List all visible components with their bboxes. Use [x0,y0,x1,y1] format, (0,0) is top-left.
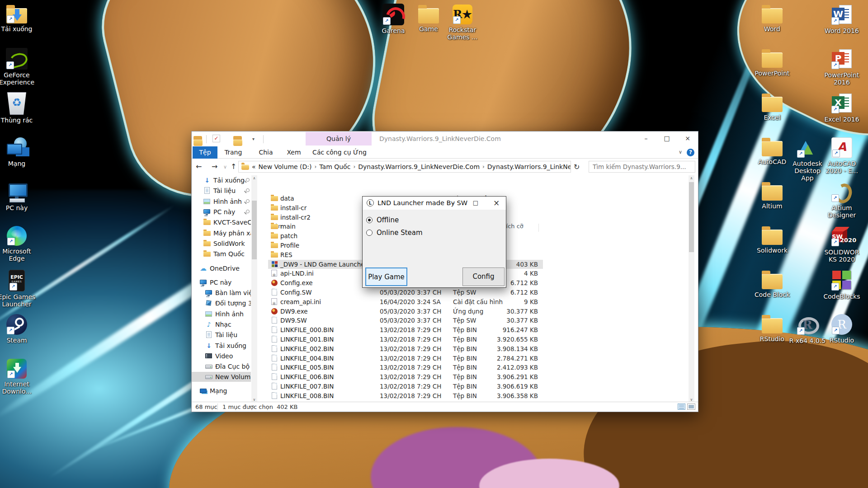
desktop-icon-excel[interactable]: Excel [753,92,792,121]
desktop-icon-rockstar-games[interactable]: R★↗Rockstar Games ... [443,4,482,41]
desktop-icon-epic-games-launcher[interactable]: EPICGAMES↗Epic Games Launcher [0,269,36,308]
scroll-up-icon[interactable]: ∧ [689,175,694,181]
breadcrumb-overflow[interactable]: « [252,163,256,170]
play-game-button[interactable]: Play Game [365,267,407,286]
desktop-icon-excel-2016[interactable]: X↗Excel 2016 [822,92,861,123]
sidebar-item-a-c-c-b-c[interactable]: Đĩa Cục bộ (C:) [192,361,251,371]
breadcrumb-segment[interactable]: New Volume (D:) [259,163,312,170]
forward-button[interactable]: → [212,162,217,171]
file-row-linkfile-002-bin[interactable]: LINKFILE_002.BIN13/02/2018 7:29 CHTệp BI… [268,344,543,353]
desktop-icon-game[interactable]: Game [409,4,448,33]
desktop-icon-autodesk-desktop-app[interactable]: ↗Autodesk Desktop App [788,136,827,182]
desktop-icon-code-block[interactable]: Code Block [753,269,792,298]
desktop-icon-pc-n-y[interactable]: PC này [0,181,36,211]
file-row-linkfile-004-bin[interactable]: LINKFILE_004.BIN13/02/2018 7:29 CHTệp BI… [268,354,543,363]
back-button[interactable]: ← [196,162,202,171]
sidebar-item-pc-n-y[interactable]: PC này [192,277,251,287]
sidebar-item-onedrive[interactable]: ☁OneDrive [192,263,251,273]
desktop-icon-microsoft-edge[interactable]: ↗Microsoft Edge [0,225,36,262]
search-box[interactable] [589,161,695,173]
file-row-linkfile-008-bin[interactable]: LINKFILE_008.BIN13/02/2018 7:29 CHTệp BI… [268,391,543,400]
qat-customize-caret-icon[interactable]: ▾ [252,136,255,141]
file-row-config-sw[interactable]: Config.SW05/03/2020 3:37 CHTệp SW6.712 K… [268,288,543,297]
breadcrumb-segment[interactable]: Dynasty.Warriors.9_LinkNeverDie.Com [358,163,480,170]
file-row-linkfile-001-bin[interactable]: LINKFILE_001.BIN13/02/2018 7:29 CHTệp BI… [268,335,543,344]
desktop-icon-th-ng-r-c[interactable]: ♻Thùng rác [0,92,36,124]
sidebar-item-pc-n-y[interactable]: PC này [192,207,251,217]
desktop-icon-word-2016[interactable]: W↗Word 2016 [822,4,861,34]
breadcrumb-segment[interactable]: Dynasty.Warriors.9_LinkNeverDie.Com [487,163,571,170]
desktop-icon-internet-downlo[interactable]: ↗Internet Downlo... [0,358,36,395]
desktop-icon-codeblocks[interactable]: ↗CodeBlocks [822,269,861,300]
help-icon[interactable]: ? [687,149,694,156]
desktop-icon-t-i-xu-ng[interactable]: ↗Tải xuống [0,4,36,33]
sidebar-item-solidwork[interactable]: SolidWork [192,239,251,249]
sidebar-item-t-i-xu-ng[interactable]: ↓Tải xuống [192,341,251,351]
maximize-button[interactable]: □ [656,131,677,146]
sidebar-item-tam-qu-c[interactable]: Tam Quốc [192,249,251,259]
file-row-dw9-exe[interactable]: DW9.exe05/03/2020 3:37 CHỨng dụng30.377 … [268,307,543,316]
sidebar-item-m-y-ph-n-x[interactable]: Máy phản xạ [192,228,251,238]
desktop-icon-steam[interactable]: ↗Steam [0,314,36,344]
ribbon-tab-chia-s[interactable]: Chia sẻ [255,146,276,159]
ribbon-tab-c-c-c-ng-c-ng-d-ng[interactable]: Các công cụ Ứng dụng [309,146,370,159]
ribbon-tab-t-p[interactable]: Tệp [193,146,217,159]
desktop-icon-autocad[interactable]: AutoCAD [753,136,792,165]
desktop-icon-rstudio[interactable]: RStudio [753,314,792,343]
sidebar-item-t-i-li-u[interactable]: Tài liệu [192,330,251,340]
desktop-icon-r-x64-4-0-5[interactable]: R↗R x64 4.0.5 [788,314,827,344]
desktop-icon-rstudio[interactable]: R↗RStudio [822,314,861,344]
file-row-dw9-sw[interactable]: DW9.SW05/03/2020 3:37 CHTệp SW30.377 KB [268,316,543,325]
file-row-linkfile-005-bin[interactable]: LINKFILE_005.BIN13/02/2018 7:29 CHTệp BI… [268,363,543,372]
sidebar-item-video[interactable]: Video [192,351,251,361]
sidebar-item-h-nh-nh[interactable]: Hình ảnh [192,197,251,206]
file-row-linkfile-006-bin[interactable]: LINKFILE_006.BIN13/02/2018 7:29 CHTệp BI… [268,372,543,381]
search-input[interactable] [589,161,695,172]
minimize-button[interactable]: – [636,131,656,146]
desktop-icon-autocad-2020-e[interactable]: A↗AutoCAD 2020 - E... [822,136,861,174]
sidebar-item-nh-c[interactable]: ♪Nhạc [192,319,251,329]
desktop-icon-solidwork[interactable]: Solidwork [753,225,792,254]
thumbnail-view-toggle[interactable] [687,404,695,410]
sidebar-item-b-n-l-m-vi-c[interactable]: Bàn làm việc [192,288,251,298]
desktop-icon-m-ng[interactable]: Mạng [0,136,36,167]
desktop-icon-solidworks-2020[interactable]: SW2020↗SOLIDWORKS 2020 [822,225,861,263]
scrollbar-thumb[interactable] [252,201,257,259]
desktop-icon-altium-designer[interactable]: ↗Altium Designer [822,181,861,219]
close-button[interactable]: × [677,131,698,146]
sidebar-item-i-t-ng-3d[interactable]: Đối tượng 3D [192,298,251,308]
dialog-maximize-button[interactable]: □ [469,197,482,208]
sidebar-item-new-volume-d[interactable]: New Volume (D:) [192,372,251,382]
dialog-close-button[interactable]: × [490,197,503,208]
sidebar-scrollbar[interactable]: ∧ ∨ [251,175,257,403]
breadcrumb-segment[interactable]: Tam Quốc [319,163,350,170]
ribbon-tab-trang-u[interactable]: Trang đầu [219,146,247,159]
config-button[interactable]: Config [462,267,505,286]
desktop-icon-powerpoint-2016[interactable]: P↗PowerPoint 2016 [822,48,861,86]
sidebar-item-kvct-savecode[interactable]: KVCT-SaveCode [192,217,251,227]
refresh-icon[interactable]: ↻ [574,163,580,171]
file-row-cream-api-ini[interactable]: cream_api.ini16/04/2020 3:24 SACài đặt c… [268,297,543,306]
desktop-icon-garena[interactable]: ↗Garena [374,4,413,34]
sidebar-item-t-i-xu-ng[interactable]: ↓Tải xuống [192,175,251,185]
desktop-icon-geforce-experience[interactable]: ↗GeForce Experience [0,48,36,86]
up-button[interactable]: ↑ [231,162,236,171]
desktop-icon-word[interactable]: Word [753,4,792,33]
address-bar[interactable]: « New Volume (D:)›Tam Quốc›Dynasty.Warri… [238,161,571,173]
scroll-up-icon[interactable]: ∧ [251,175,257,181]
desktop-icon-powerpoint[interactable]: PowerPoint [753,48,792,77]
desktop-icon-altium[interactable]: Altium [753,181,792,210]
ribbon-expand-icon[interactable]: ∨ [679,149,682,155]
sidebar-item-m-ng[interactable]: Mạng [192,386,251,396]
file-row-linkfile-007-bin[interactable]: LINKFILE_007.BIN13/02/2018 7:29 CHTệp BI… [268,382,543,391]
contextual-tab-manage[interactable]: Quản lý [306,132,372,145]
properties-check-icon[interactable]: ✓ [212,135,220,142]
details-view-toggle[interactable] [678,404,685,410]
file-row-linkfile-000-bin[interactable]: LINKFILE_000.BIN13/02/2018 7:29 CHTệp BI… [268,325,543,334]
new-folder-icon[interactable] [233,139,242,146]
scrollbar-thumb[interactable] [689,182,694,252]
ribbon-tab-xem[interactable]: Xem [287,146,301,159]
sidebar-item-h-nh-nh[interactable]: Hình ảnh [192,309,251,319]
file-list-scrollbar[interactable]: ∧ ∨ [689,175,694,403]
dialog-minimize-button[interactable]: – [447,197,459,208]
